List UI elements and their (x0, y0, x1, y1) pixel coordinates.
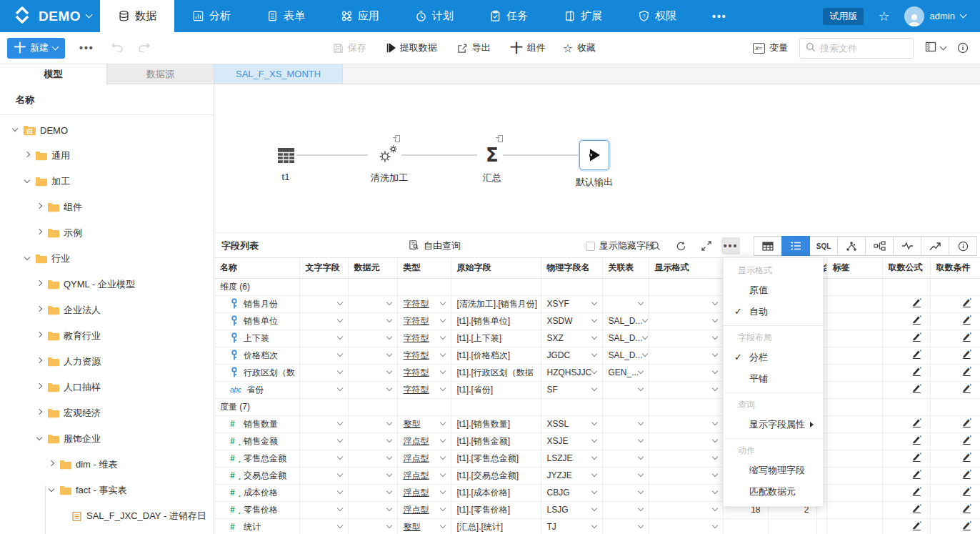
chevron-down-icon[interactable] (711, 437, 717, 442)
favorite-button[interactable]: ☆ 收藏 (563, 41, 596, 55)
sidebar-tab-模型[interactable]: 模型 (0, 64, 106, 84)
edit-pencil-icon[interactable] (930, 467, 980, 484)
edit-pencil-icon[interactable] (930, 415, 980, 432)
toolbar-more-button[interactable]: ••• (79, 42, 94, 54)
chevron-down-icon[interactable] (711, 523, 717, 528)
chevron-down-icon[interactable] (591, 488, 596, 494)
search-input[interactable] (820, 43, 899, 54)
chevron-right-icon[interactable] (47, 464, 56, 465)
chevron-down-icon[interactable] (637, 454, 643, 460)
chevron-down-icon[interactable] (386, 420, 391, 425)
nav-item-more[interactable]: ••• (694, 0, 745, 32)
tree-item-教育行业[interactable]: 教育行业 (0, 323, 214, 349)
chevron-down-icon[interactable] (711, 300, 717, 305)
edit-pencil-icon[interactable] (930, 347, 980, 364)
favorite-star-icon[interactable]: ☆ (878, 10, 889, 23)
flow-node-汇总[interactable]: Σ汇总 (464, 144, 521, 184)
nav-item-分析[interactable]: 分析 (174, 0, 249, 32)
dropdown-cell[interactable] (348, 415, 397, 432)
chevron-down-icon[interactable] (439, 454, 445, 460)
add-component-button[interactable]: 十 组件 (511, 40, 546, 56)
dropdown-cell[interactable]: 浮点型 (397, 501, 451, 518)
dropdown-cell[interactable]: 字符型 (397, 347, 451, 364)
menu-item-缩写物理字段[interactable]: 缩写物理字段 (724, 460, 823, 481)
dropdown-cell[interactable] (348, 347, 397, 364)
edit-pencil-icon[interactable] (930, 518, 980, 534)
edit-pencil-icon[interactable] (882, 330, 930, 347)
chevron-down-icon[interactable] (336, 488, 342, 494)
chevron-down-icon[interactable] (637, 488, 643, 494)
dropdown-cell[interactable]: XSJE (541, 432, 602, 450)
dropdown-cell[interactable]: XSSL (541, 415, 602, 432)
dropdown-cell[interactable] (348, 330, 397, 347)
new-button[interactable]: 十 新建 (7, 38, 65, 59)
chevron-down-icon[interactable] (336, 523, 342, 528)
dropdown-cell[interactable]: HZQHSJJC (541, 364, 602, 381)
chevron-down-icon[interactable] (336, 437, 342, 442)
dropdown-cell[interactable] (299, 415, 348, 432)
chevron-down-icon[interactable] (711, 454, 717, 460)
menu-item-显示字段属性[interactable]: 显示字段属性 (724, 414, 823, 435)
dropdown-cell[interactable]: GEN_... (602, 364, 649, 381)
chevron-down-icon[interactable] (711, 488, 717, 494)
redo-icon[interactable] (138, 41, 150, 54)
dropdown-cell[interactable]: CBJG (541, 484, 602, 501)
dropdown-cell[interactable] (649, 381, 723, 398)
tree-item-QYML - 企业模型[interactable]: QYML - 企业模型 (0, 272, 214, 297)
edit-pencil-icon[interactable] (882, 501, 930, 518)
field-name-cell[interactable]: abc省份 (214, 381, 299, 398)
chevron-down-icon[interactable] (386, 385, 391, 391)
variable-button[interactable]: x= 变量 (753, 41, 788, 54)
chevron-down-icon[interactable] (711, 334, 717, 340)
field-row-省份[interactable]: abc省份字符型[t1].[省份]SF (214, 381, 980, 398)
relation-view-button[interactable] (865, 236, 894, 256)
chevron-right-icon[interactable] (35, 232, 44, 234)
info-icon[interactable] (957, 42, 969, 54)
chevron-down-icon[interactable] (439, 523, 445, 528)
table-view-button[interactable] (754, 236, 782, 256)
chevron-down-icon[interactable] (711, 420, 717, 425)
panel-layout-button[interactable] (925, 41, 946, 54)
dropdown-cell[interactable] (602, 518, 649, 534)
dropdown-cell[interactable] (602, 501, 649, 518)
dropdown-cell[interactable]: 浮点型 (397, 432, 451, 450)
list-view-button[interactable] (781, 236, 810, 256)
chevron-down-icon[interactable] (336, 351, 342, 357)
tree-item-企业法人[interactable]: 企业法人 (0, 297, 214, 323)
file-search-box[interactable] (799, 38, 914, 59)
checkbox-icon[interactable] (586, 242, 595, 251)
chevron-down-icon[interactable] (336, 454, 342, 460)
chevron-down-icon[interactable] (637, 420, 643, 425)
edit-pencil-icon[interactable] (882, 381, 930, 398)
chevron-down-icon[interactable] (439, 437, 445, 442)
dropdown-cell[interactable] (649, 330, 723, 347)
refresh-icon[interactable] (676, 233, 686, 259)
dropdown-cell[interactable] (299, 330, 348, 347)
dropdown-cell[interactable] (348, 467, 397, 484)
chevron-down-icon[interactable] (637, 437, 643, 442)
chevron-down-icon[interactable] (336, 420, 342, 425)
dropdown-cell[interactable] (602, 432, 649, 450)
menu-item-自动[interactable]: ✓自动 (724, 301, 823, 322)
tree-item-加工[interactable]: 加工 (0, 169, 214, 194)
dropdown-cell[interactable] (348, 295, 397, 312)
dropdown-cell[interactable] (602, 467, 649, 484)
chevron-down-icon[interactable] (591, 437, 596, 442)
dropdown-cell[interactable] (649, 484, 723, 501)
dropdown-cell[interactable]: JYZJE (541, 467, 602, 484)
edit-pencil-icon[interactable] (882, 312, 930, 330)
chevron-down-icon[interactable] (641, 317, 647, 322)
chevron-down-icon[interactable] (637, 300, 643, 305)
chevron-down-icon[interactable] (591, 523, 596, 528)
chevron-down-icon[interactable] (386, 317, 391, 322)
dropdown-cell[interactable] (649, 467, 723, 484)
dropdown-cell[interactable]: 字符型 (397, 312, 451, 330)
dropdown-cell[interactable]: SF (541, 381, 602, 398)
fieldlist-more-button[interactable]: ••• (721, 237, 740, 254)
chevron-down-icon[interactable] (439, 334, 445, 340)
undo-icon[interactable] (111, 41, 124, 54)
field-row-销售单位[interactable]: 销售单位字符型[t1].[销售单位]XSDWSAL_D... (214, 312, 980, 330)
show-hidden-fields-toggle[interactable]: 显示隐藏字段 (586, 233, 655, 259)
chevron-down-icon[interactable] (638, 368, 644, 374)
sql-view-button[interactable]: SQL (809, 236, 838, 256)
